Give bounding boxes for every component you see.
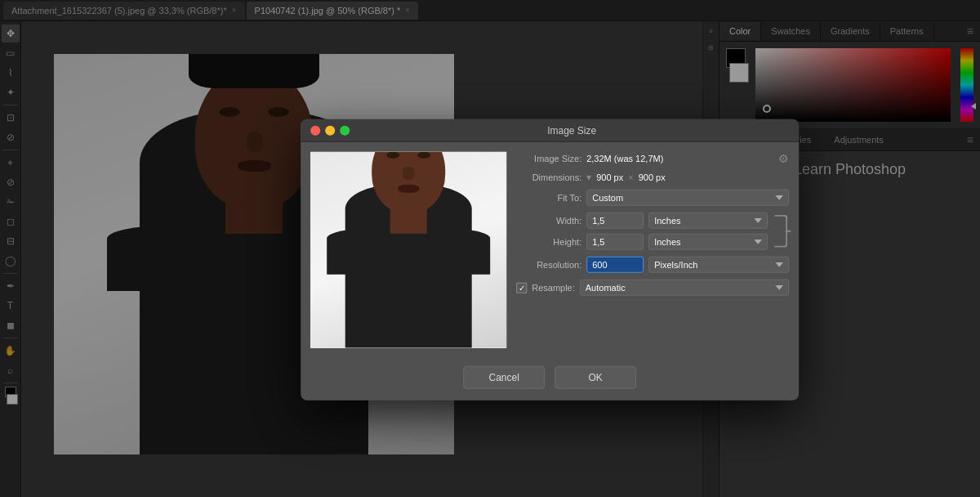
height-label: Height:: [516, 237, 581, 247]
dimensions-label: Dimensions:: [516, 172, 581, 182]
width-height-inputs: Width: Inches Pixels Centimeters Millime…: [516, 213, 768, 250]
link-icon: [774, 215, 787, 248]
dialog-body: Image Size: 2,32M (was 12,7M) ⚙ Dimensio…: [301, 142, 799, 358]
width-input[interactable]: [586, 213, 644, 229]
resample-checkbox[interactable]: [516, 282, 527, 293]
image-size-row: Image Size: 2,32M (was 12,7M) ⚙: [516, 152, 789, 165]
dialog-maximize-button[interactable]: [340, 125, 350, 135]
resample-select[interactable]: Automatic Preserve Details Bicubic Smoot…: [580, 280, 789, 296]
height-input[interactable]: [586, 234, 644, 250]
preview-shoulders: [327, 230, 490, 275]
preview-image: [310, 152, 506, 348]
dialog-titlebar: Image Size: [301, 119, 799, 142]
dimensions-width: 900 px: [596, 172, 623, 182]
width-label: Width:: [516, 216, 581, 226]
resolution-row: Resolution: Pixels/Inch Pixels/Centimete…: [516, 257, 789, 273]
image-size-label: Image Size:: [516, 154, 581, 163]
height-row: Height: Inches Pixels Centimeters Millim…: [516, 234, 768, 250]
dialog-close-button[interactable]: [310, 125, 320, 135]
resample-label: Resample:: [532, 283, 575, 293]
dimensions-row: Dimensions: ▾ 900 px × 900 px: [516, 172, 789, 183]
image-size-gear-icon[interactable]: ⚙: [778, 152, 789, 165]
dimensions-dropdown-arrow[interactable]: ▾: [586, 172, 591, 183]
dialog-controls: Image Size: 2,32M (was 12,7M) ⚙ Dimensio…: [516, 152, 789, 348]
width-height-link[interactable]: [773, 213, 789, 250]
dialog-preview: [310, 152, 506, 348]
dialog-title: Image Size: [354, 124, 789, 136]
dialog-buttons: Cancel OK: [301, 358, 799, 401]
resample-row: Resample: Automatic Preserve Details Bic…: [516, 280, 789, 296]
width-row: Width: Inches Pixels Centimeters Millime…: [516, 213, 768, 229]
image-size-dialog: Image Size Ima: [301, 119, 799, 401]
width-height-group: Width: Inches Pixels Centimeters Millime…: [516, 213, 789, 250]
resolution-unit-select[interactable]: Pixels/Inch Pixels/Centimeter: [648, 257, 789, 273]
fit-to-row: Fit To: Custom Original Size US Paper (8…: [516, 190, 789, 206]
resolution-label: Resolution:: [516, 260, 581, 270]
dimensions-height: 900 px: [639, 172, 666, 182]
ok-button[interactable]: OK: [555, 366, 636, 389]
height-unit-select[interactable]: Inches Pixels Centimeters Millimeters: [648, 234, 768, 250]
resolution-input[interactable]: [586, 257, 644, 273]
image-size-value: 2,32M (was 12,7M): [586, 154, 663, 163]
dialog-minimize-button[interactable]: [325, 125, 335, 135]
fit-to-label: Fit To:: [516, 193, 581, 203]
fit-to-select[interactable]: Custom Original Size US Paper (8.5 x 11 …: [586, 190, 789, 206]
cancel-button[interactable]: Cancel: [463, 366, 545, 389]
width-unit-select[interactable]: Inches Pixels Centimeters Millimeters: [648, 213, 768, 229]
